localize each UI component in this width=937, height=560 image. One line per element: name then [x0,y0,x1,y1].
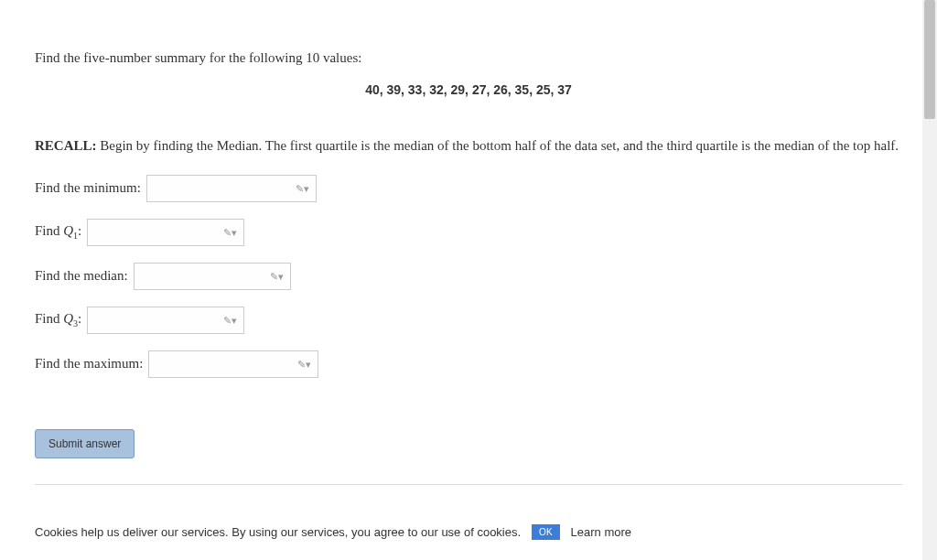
label-median: Find the median: [35,268,128,284]
input-maximum[interactable] [148,350,318,378]
input-wrapper-maximum: ✎▾ [148,350,318,378]
cookie-bar: Cookies help us deliver our services. By… [35,524,902,540]
input-minimum[interactable] [146,175,317,202]
scrollbar-thumb[interactable] [924,0,935,119]
input-wrapper-q1: ✎▾ [87,219,244,246]
input-q1[interactable] [87,219,244,246]
input-median[interactable] [134,263,291,290]
row-median: Find the median: ✎▾ [35,263,902,290]
label-maximum: Find the maximum: [35,356,143,372]
scrollbar[interactable] [922,0,937,560]
input-wrapper-q3: ✎▾ [87,307,244,334]
cookie-learn-more-link[interactable]: Learn more [571,525,631,539]
input-wrapper-minimum: ✎▾ [146,175,317,202]
input-q3[interactable] [87,307,244,334]
row-q3: Find Q3: ✎▾ [35,307,902,334]
row-maximum: Find the maximum: ✎▾ [35,350,902,378]
question-intro: Find the five-number summary for the fol… [35,50,902,66]
cookie-ok-button[interactable]: OK [532,524,559,540]
input-wrapper-median: ✎▾ [134,263,291,290]
label-q1: Find Q1: [35,223,81,241]
row-minimum: Find the minimum: ✎▾ [35,175,902,202]
label-minimum: Find the minimum: [35,180,141,196]
recall-paragraph: RECALL: Begin by finding the Median. The… [35,135,902,156]
label-q3: Find Q3: [35,311,81,328]
cookie-text: Cookies help us deliver our services. By… [35,525,521,539]
row-q1: Find Q1: ✎▾ [35,219,902,246]
question-content: Find the five-number summary for the fol… [0,0,937,485]
data-values: 40, 39, 33, 32, 29, 27, 26, 35, 25, 37 [35,82,902,97]
recall-label: RECALL: [35,138,97,153]
recall-text: Begin by finding the Median. The first q… [97,138,899,153]
divider [35,484,902,485]
submit-button[interactable]: Submit answer [35,429,135,458]
